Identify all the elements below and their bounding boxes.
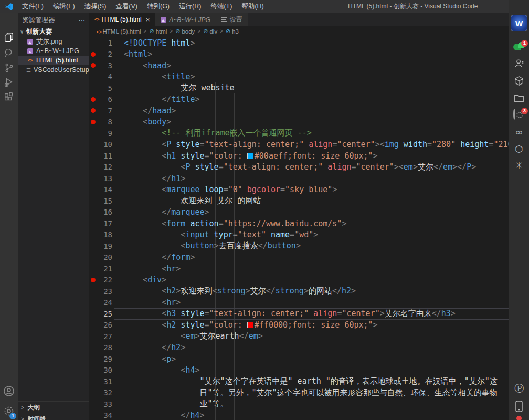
line-number: 30 [97,366,112,374]
code-line[interactable]: 33 业"等。 [89,398,509,410]
chat-icon[interactable]: 1 [509,42,529,51]
breadcrumb-item[interactable]: <>HTML (5).html [97,28,141,35]
code-line[interactable]: 18 <input typr="text" name="wd"> [89,229,509,241]
breakpoint-dot[interactable] [91,120,96,124]
code-line[interactable]: 23 <h2>欢迎来到<strong>艾尔</strong>的网站</h2> [89,286,509,297]
breadcrumb-separator: > [197,28,200,34]
breakpoint-gutter[interactable] [89,52,97,57]
breakpoint-dot[interactable] [91,52,96,57]
code-line[interactable]: 3 <haad> [89,60,509,71]
search-icon[interactable] [0,46,18,60]
menu-item[interactable]: 选择(S) [80,3,111,10]
more-actions-icon[interactable]: ⋯ [79,16,86,24]
phone-icon[interactable] [509,400,529,413]
code-line[interactable]: 29 <p> [89,353,509,365]
settings-gear-icon[interactable]: 1 [0,404,18,418]
menu-item[interactable]: 帮助(H) [237,3,268,10]
code-line[interactable]: 26 <h2 style="color: #ff0000;font: size … [89,320,509,331]
code-line[interactable]: 9 <!-- 利用iframe嵌入一个普通网页 --> [89,128,509,139]
code-line[interactable]: 20 </form> [89,252,509,264]
html-tab-icon: <> [94,17,99,22]
code-line[interactable]: 7 </haad> [89,105,509,117]
tab-设置[interactable]: 设置 [216,13,248,26]
person-icon[interactable] [509,58,529,69]
code-line[interactable]: 22 <div> [89,275,509,286]
menu-item[interactable]: 文件(F) [17,3,48,10]
menu-item[interactable]: 转到(G) [142,3,174,10]
folder-name: 创新大赛 [26,27,52,36]
code-line[interactable]: 2<html> [89,49,509,60]
aperture-gear-icon[interactable]: 3 [509,110,529,121]
breakpoint-dot[interactable] [91,63,96,68]
infinity-icon[interactable]: ∞ [509,127,529,138]
extensions-icon[interactable] [0,90,18,104]
menu-item[interactable]: 运行(R) [174,3,206,10]
code-line[interactable]: 11 <h1 style="color: #00aeff;font: size … [89,150,509,162]
file-row[interactable]: <>HTML (5).html [18,56,89,65]
sparkle-icon[interactable]: ✳ [509,160,529,171]
circled-p-icon[interactable]: Ⓟ [509,383,529,394]
code-line[interactable]: 14 <marquee loop="0" bgcolor="sky blue"> [89,184,509,196]
code-line[interactable]: 25 <h3 style="text-align: center;" align… [89,308,509,320]
folder-icon[interactable] [509,92,529,104]
panel-section-时间线[interactable]: > 时间线 [18,413,89,420]
code-line[interactable]: 32 日"等。另外，"艾尔"这个字也可以被用来形容那些与自然、环保、生态等相关的… [89,387,509,399]
explorer-icon[interactable] [0,30,18,45]
hexagon-icon[interactable]: ⬡ [509,144,529,154]
source-control-icon[interactable] [0,60,18,75]
breakpoint-gutter[interactable] [89,63,97,68]
code-line[interactable]: 17 <form action="https://www.baidu.com/s… [89,218,509,229]
tab-HTML (5).html[interactable]: <>HTML (5).html× [89,13,155,26]
menu-item[interactable]: 终端(T) [206,3,237,10]
html-file-icon: <> [97,28,101,35]
breakpoint-gutter[interactable] [89,278,97,282]
breadcrumb-item[interactable]: ⊘html [149,28,167,35]
code-line[interactable]: 13 </h1> [89,173,509,184]
code-line[interactable]: 19 <button>去百度搜索</button> [89,240,509,252]
code-line[interactable]: 15 欢迎来到 艾尔 的网站 [89,195,509,207]
code-line[interactable]: 10 <P style="text-align: center;" align=… [89,139,509,151]
breadcrumb-item[interactable]: ⊘body [175,28,195,35]
title-bar: 文件(F)编辑(E)选择(S)查看(V)转到(G)运行(R)终端(T)帮助(H)… [0,0,529,13]
menu-item[interactable]: 编辑(E) [48,3,80,10]
breakpoint-dot[interactable] [91,97,96,102]
code-line[interactable]: 6 </title> [89,94,509,106]
breakpoint-dot[interactable] [91,278,96,282]
code-line[interactable]: 30 <h4> [89,365,509,376]
code-line[interactable]: 27 <em>艾尔earth</em> [89,331,509,342]
file-row[interactable]: 艾尔.png [18,37,89,46]
tab-close-icon[interactable]: × [146,16,150,24]
code-line[interactable]: 1<!DOCTYPE html> [89,37,509,49]
breakpoint-gutter[interactable] [89,120,97,124]
run-debug-icon[interactable] [0,75,18,90]
menu-item[interactable]: 查看(V) [111,3,142,10]
cube-icon[interactable] [509,75,529,87]
breadcrumb-item[interactable]: ⊘h3 [226,28,239,35]
account-icon[interactable] [0,384,18,398]
tab-A~B~W~LJPG[interactable]: A~B~W~LJPG [155,13,216,26]
code-line[interactable]: 12 <P style="text-align: center;" align=… [89,162,509,173]
panel-section-大纲[interactable]: > 大纲 [18,401,89,413]
code-line[interactable]: 8 <body> [89,117,509,128]
breakpoint-gutter[interactable] [89,97,97,102]
line-number: 23 [97,287,112,296]
code-line[interactable]: 21 <hr> [89,263,509,275]
breakpoint-dot[interactable] [91,108,96,113]
code-line[interactable]: 24 <hr> [89,297,509,309]
code-line[interactable]: 16 </marquee> [89,207,509,218]
code-editor[interactable]: 1<!DOCTYPE html>2<html>3 <haad>4 <title>… [89,36,509,420]
file-row[interactable]: ☰VSCodeUserSetup-x6... [18,65,89,75]
code-line[interactable]: 4 <title> [89,71,509,83]
activity-bar: 1 [0,13,18,420]
code-line[interactable]: 31 "艾尔"这个字在英语中是" earth "的音译，表示地球或土地。在汉语中… [89,376,509,387]
file-row[interactable]: A~B~W~LJPG [18,46,89,56]
breadcrumb-item[interactable]: ⊘div [203,28,217,35]
red-dot[interactable] [509,416,529,420]
code-line[interactable]: 28 </h2> [89,342,509,354]
code-line[interactable]: 34 </h4> [89,410,509,420]
folder-row[interactable]: ∨ 创新大赛 [18,27,89,37]
breakpoint-gutter[interactable] [89,108,97,113]
w-logo[interactable]: W [509,15,529,32]
chevron-right-icon: > [21,405,26,411]
code-line[interactable]: 5 艾尔 website [89,82,509,94]
